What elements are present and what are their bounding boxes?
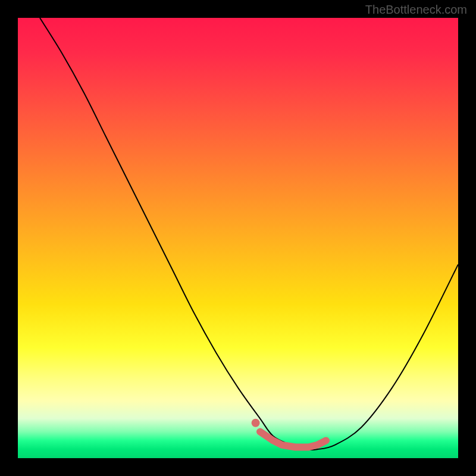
plot-area xyxy=(18,18,458,458)
curve-svg xyxy=(18,18,458,458)
highlight-segment xyxy=(260,432,326,447)
highlight-dot xyxy=(252,419,260,427)
chart-container: TheBottleneck.com xyxy=(0,0,476,476)
main-curve xyxy=(40,18,458,450)
watermark-text: TheBottleneck.com xyxy=(365,3,467,17)
